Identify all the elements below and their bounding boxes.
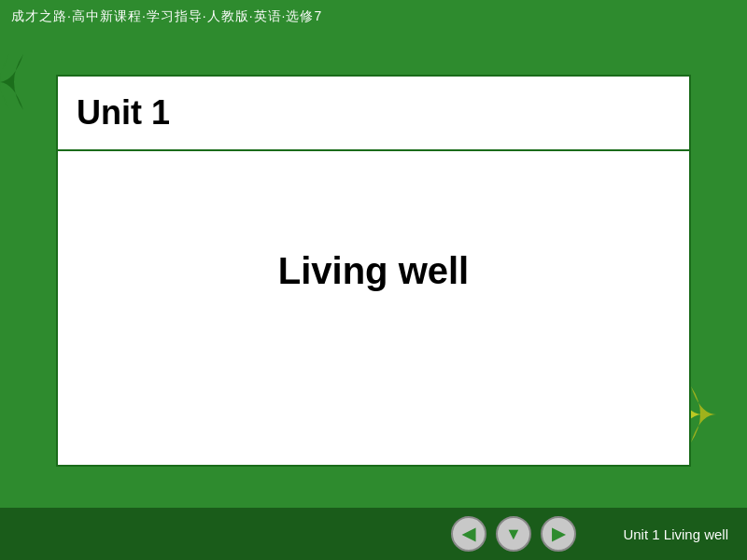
footer-bar: ◀ ▼ ▶ Unit 1 Living well [0,508,747,560]
unit-title: Unit 1 [77,93,170,133]
main-area: Unit 1 Living well [0,34,747,508]
prev-button[interactable]: ◀ [451,516,486,552]
next-button[interactable]: ▶ [541,516,576,552]
left-decoration [0,45,37,123]
content-card: Unit 1 Living well [56,75,691,467]
down-icon: ▼ [505,525,522,544]
footer-label: Unit 1 Living well [623,526,728,542]
header-title: 成才之路·高中新课程·学习指导·人教版·英语·选修7 [11,8,322,25]
main-title: Living well [278,250,469,292]
prev-icon: ◀ [462,524,475,544]
next-icon: ▶ [552,524,565,544]
footer-nav: ◀ ▼ ▶ [451,516,576,552]
unit-header: Unit 1 [58,77,689,151]
down-button[interactable]: ▼ [496,516,531,552]
card-wrapper: Unit 1 Living well [56,75,691,467]
header-bar: 成才之路·高中新课程·学习指导·人教版·英语·选修7 [0,0,747,34]
